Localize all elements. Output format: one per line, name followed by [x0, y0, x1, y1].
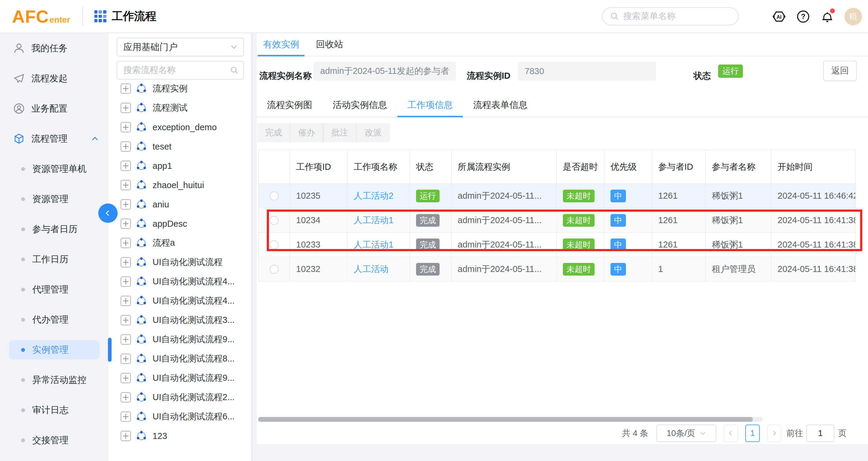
- tree-item-UI自动化测试流程4...[interactable]: UI自动化测试流程4...: [108, 291, 252, 311]
- row-radio-button[interactable]: [270, 240, 279, 249]
- status-badge: 完成: [416, 263, 440, 276]
- next-page-button[interactable]: [767, 425, 781, 442]
- toolbar-button-完成[interactable]: 完成: [257, 123, 290, 142]
- tree-item-流程实例[interactable]: 流程实例: [108, 79, 252, 98]
- expand-plus-icon[interactable]: [121, 296, 131, 306]
- workitem-name-link[interactable]: 人工活动: [354, 263, 389, 275]
- expand-plus-icon[interactable]: [121, 373, 131, 383]
- sidebar-item-审计日志[interactable]: 审计日志: [0, 395, 108, 425]
- tree-item-exception_demo[interactable]: exception_demo: [108, 118, 252, 137]
- sidebar-collapse-button[interactable]: [98, 204, 118, 223]
- workitem-name-link[interactable]: 人工活动2: [354, 190, 394, 202]
- notification-bell-icon[interactable]: [820, 10, 834, 24]
- table-row-10233[interactable]: 10233人工活动1完成admin于2024-05-11...未超时中1261稀…: [258, 233, 856, 257]
- back-button[interactable]: 返回: [823, 61, 857, 81]
- tree-item-UI自动化测试流程2...[interactable]: UI自动化测试流程2...: [108, 388, 252, 407]
- cell-participant-name: 租户管理员: [706, 257, 772, 282]
- expand-plus-icon[interactable]: [121, 142, 131, 152]
- instance-id-field[interactable]: 7830: [518, 62, 656, 81]
- current-page-button[interactable]: 1: [745, 425, 760, 442]
- horizontal-scrollbar-thumb[interactable]: [258, 417, 753, 422]
- toolbar-button-催办[interactable]: 催办: [290, 123, 323, 142]
- app-grid-icon[interactable]: [94, 10, 106, 22]
- sidebar-item-代办管理[interactable]: 代办管理: [0, 305, 108, 335]
- help-icon[interactable]: ?: [796, 10, 810, 24]
- prev-page-button[interactable]: [723, 425, 738, 442]
- tree-item-app1[interactable]: app1: [108, 156, 252, 176]
- sidebar-item-工作日历[interactable]: 工作日历: [0, 244, 108, 274]
- tree-item-aniu[interactable]: aniu: [108, 195, 252, 214]
- tree-item-UI自动化测试流程3...[interactable]: UI自动化测试流程3...: [108, 311, 252, 330]
- expand-plus-icon[interactable]: [121, 219, 131, 229]
- workitem-name-link[interactable]: 人工活动1: [354, 239, 394, 251]
- tree-item-appDesc[interactable]: appDesc: [108, 214, 252, 233]
- sidebar-item-流程管理[interactable]: 流程管理: [0, 124, 108, 154]
- page-size-select[interactable]: 10条/页: [656, 425, 716, 442]
- tree-item-123[interactable]: 123: [108, 426, 252, 445]
- tab-回收站[interactable]: 回收站: [310, 33, 349, 56]
- expand-plus-icon[interactable]: [121, 180, 131, 190]
- header-divider: [82, 7, 83, 26]
- table-row-10232[interactable]: 10232人工活动完成admin于2024-05-11...未超时中1租户管理员…: [258, 257, 856, 282]
- ai-assistant-icon[interactable]: AI: [772, 10, 786, 24]
- goto-page-input[interactable]: 1: [806, 425, 835, 442]
- sidebar-item-代理管理[interactable]: 代理管理: [0, 274, 108, 305]
- expand-plus-icon[interactable]: [121, 354, 131, 364]
- expand-plus-icon[interactable]: [121, 84, 131, 94]
- sidebar-item-实例管理[interactable]: 实例管理: [0, 335, 108, 365]
- menu-search-input[interactable]: 搜索菜单名称: [602, 7, 739, 25]
- expand-plus-icon[interactable]: [121, 276, 131, 287]
- detail-tab-流程实例图[interactable]: 流程实例图: [257, 93, 322, 117]
- tree-item-UI自动化测试流程6...[interactable]: UI自动化测试流程6...: [108, 407, 252, 426]
- expand-plus-icon[interactable]: [121, 257, 131, 268]
- expand-plus-icon[interactable]: [121, 334, 131, 345]
- tab-有效实例[interactable]: 有效实例: [258, 33, 305, 56]
- sidebar-item-异常活动监控[interactable]: 异常活动监控: [0, 365, 108, 395]
- sidebar-item-流程发起[interactable]: 流程发起: [0, 63, 108, 93]
- table-row-10234[interactable]: 10234人工活动1完成admin于2024-05-11...未超时中1261稀…: [258, 208, 856, 233]
- expand-plus-icon[interactable]: [121, 238, 131, 248]
- avatar[interactable]: 租: [844, 8, 862, 25]
- tree-item-UI自动化测试流程9...[interactable]: UI自动化测试流程9...: [108, 330, 252, 349]
- tree-item-zhaoel_huitui[interactable]: zhaoel_huitui: [108, 176, 252, 195]
- sidebar-item-资源管理单机[interactable]: 资源管理单机: [0, 154, 108, 184]
- chevron-left-icon: [727, 430, 734, 437]
- sidebar-item-业务配置[interactable]: 业务配置: [0, 93, 108, 124]
- tree-item-流程测试[interactable]: 流程测试: [108, 98, 252, 118]
- expand-plus-icon[interactable]: [121, 431, 131, 441]
- detail-tab-流程表单信息[interactable]: 流程表单信息: [468, 93, 533, 117]
- detail-tab-工作项信息[interactable]: 工作项信息: [397, 93, 463, 117]
- expand-plus-icon[interactable]: [121, 315, 131, 325]
- process-search-input[interactable]: 搜索流程名称: [117, 61, 244, 80]
- sidebar-item-我的任务[interactable]: 我的任务: [0, 33, 108, 63]
- table-row-10235[interactable]: 10235人工活动2运行admin于2024-05-11...未超时中1261稀…: [258, 184, 856, 208]
- sidebar-item-资源管理[interactable]: 资源管理: [0, 184, 108, 214]
- row-radio-button[interactable]: [270, 216, 279, 225]
- toolbar-button-改派[interactable]: 改派: [356, 123, 390, 142]
- detail-tab-活动实例信息[interactable]: 活动实例信息: [327, 93, 393, 117]
- tree-item-UI自动化测试流程[interactable]: UI自动化测试流程: [108, 253, 252, 272]
- tree-item-流程a[interactable]: 流程a: [108, 233, 252, 253]
- tree-item-teset[interactable]: teset: [108, 137, 252, 156]
- cell-workitem-name: 人工活动1: [348, 233, 410, 257]
- expand-plus-icon[interactable]: [121, 411, 131, 422]
- row-radio-button[interactable]: [270, 265, 279, 274]
- tree-item-UI自动化测试流程9...[interactable]: UI自动化测试流程9...: [108, 368, 252, 388]
- tree-item-label: 123: [153, 431, 167, 441]
- toolbar-button-批注[interactable]: 批注: [323, 123, 356, 142]
- expand-plus-icon[interactable]: [121, 199, 131, 210]
- expand-plus-icon[interactable]: [121, 122, 131, 132]
- tree-item-UI自动化测试流程8...[interactable]: UI自动化测试流程8...: [108, 349, 252, 368]
- cell-participant-id: 1261: [652, 208, 706, 233]
- expand-plus-icon[interactable]: [121, 103, 131, 113]
- expand-plus-icon[interactable]: [121, 392, 131, 402]
- instance-id-label: 流程实例ID: [467, 70, 510, 82]
- expand-plus-icon[interactable]: [121, 161, 131, 171]
- instance-name-field[interactable]: admin于2024-05-11发起的参与者: [314, 62, 456, 81]
- row-radio-button[interactable]: [270, 191, 279, 201]
- workitem-name-link[interactable]: 人工活动1: [354, 214, 394, 226]
- tree-item-UI自动化测试流程4...[interactable]: UI自动化测试流程4...: [108, 272, 252, 291]
- app-select-dropdown[interactable]: 应用基础门户: [117, 38, 244, 56]
- sidebar-item-参与者日历[interactable]: 参与者日历: [0, 214, 108, 244]
- sidebar-item-交接管理[interactable]: 交接管理: [0, 425, 108, 455]
